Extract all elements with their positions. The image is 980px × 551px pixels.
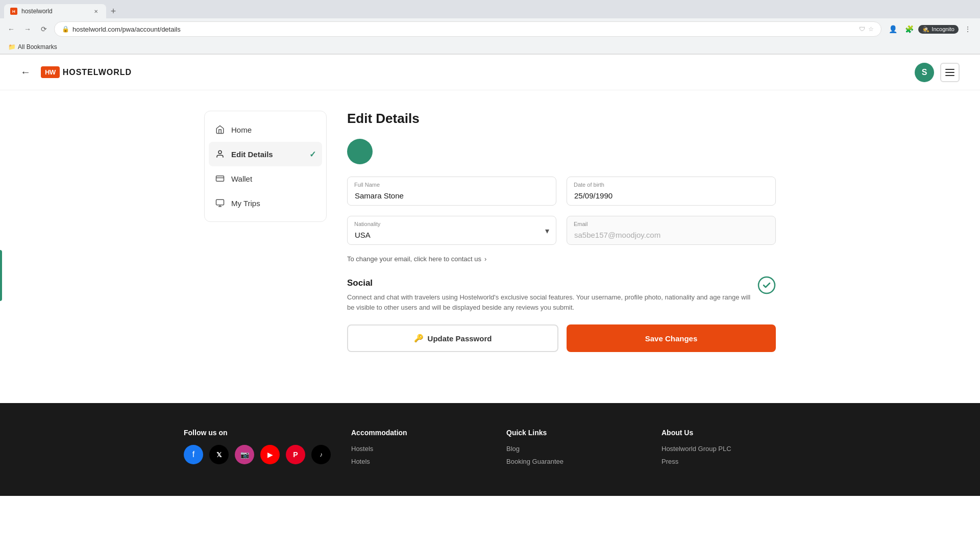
nationality-select[interactable]: USA UK Canada Australia: [347, 216, 556, 245]
sidebar-item-my-trips[interactable]: My Trips: [205, 191, 326, 215]
email-input: [567, 216, 776, 245]
email-field: Email: [567, 216, 776, 245]
content-area: Edit Details Full Name Date of birth Nat…: [347, 111, 776, 352]
svg-rect-1: [216, 176, 224, 182]
sidebar-wallet-label: Wallet: [231, 174, 252, 183]
check-icon: ✓: [309, 149, 316, 159]
left-accent-bar: [0, 250, 2, 301]
back-nav-button[interactable]: ←: [5, 23, 17, 35]
sidebar-item-home[interactable]: Home: [205, 117, 326, 142]
all-bookmarks-item[interactable]: 📁 All Bookmarks: [5, 42, 60, 52]
logo-box: HW: [41, 66, 60, 78]
logo: HW HOSTELWORLD: [41, 66, 132, 78]
dob-field: Date of birth: [567, 177, 776, 206]
logo-text: HOSTELWORLD: [63, 68, 132, 77]
social-text-block: Social Connect and chat with travelers u…: [347, 278, 757, 312]
sidebar: Home Edit Details ✓ Wallet My Trips: [204, 111, 327, 222]
svg-point-0: [218, 151, 222, 154]
toolbar-actions: 👤 🧩 🕵 Incognito ⋮: [886, 22, 975, 36]
social-toggle-button[interactable]: [757, 276, 776, 296]
footer-link-hotels[interactable]: Hotels: [351, 458, 486, 465]
forward-nav-button[interactable]: →: [21, 23, 34, 35]
sidebar-item-wallet[interactable]: Wallet: [205, 166, 326, 191]
footer-about-us-title: About Us: [662, 429, 796, 437]
extension-button[interactable]: 🧩: [902, 22, 916, 36]
user-avatar[interactable]: S: [915, 63, 934, 82]
social-description: Connect and chat with travelers using Ho…: [347, 292, 757, 312]
key-icon: 🔑: [414, 334, 424, 343]
user-icon: [215, 149, 225, 159]
header-left: ← HW HOSTELWORLD: [20, 66, 132, 78]
instagram-icon[interactable]: 📷: [235, 445, 254, 464]
main-container: Home Edit Details ✓ Wallet My Trips Edit…: [184, 90, 796, 372]
hamburger-line: [945, 75, 954, 76]
reload-button[interactable]: ⟳: [38, 23, 50, 35]
header-right: S: [915, 63, 960, 82]
profile-avatar[interactable]: [347, 139, 373, 164]
sidebar-item-edit-details[interactable]: Edit Details ✓: [209, 142, 322, 166]
footer-link-blog[interactable]: Blog: [506, 445, 641, 453]
tiktok-icon[interactable]: ♪: [311, 445, 331, 464]
folder-icon: 📁: [8, 43, 16, 51]
tab-bar: H hostelworld ✕ +: [0, 0, 980, 18]
star-icon[interactable]: ☆: [868, 26, 874, 33]
facebook-icon[interactable]: f: [184, 445, 203, 464]
chevron-right-icon: ›: [484, 255, 486, 263]
social-section: Social Connect and chat with travelers u…: [347, 278, 776, 312]
tab-favicon: H: [10, 8, 17, 15]
footer-quick-links: Quick Links Blog Booking Guarantee: [506, 429, 641, 470]
action-buttons-row: 🔑 Update Password Save Changes: [347, 324, 776, 352]
footer-link-hostelworld-group[interactable]: Hostelworld Group PLC: [662, 445, 796, 453]
nationality-field: Nationality USA UK Canada Australia ▾: [347, 216, 556, 245]
address-bar[interactable]: 🔒 hostelworld.com/pwa/account/details 🛡 …: [54, 21, 881, 37]
incognito-badge: 🕵 Incognito: [918, 25, 959, 34]
hamburger-line: [945, 72, 954, 73]
footer-accommodation-title: Accommodation: [351, 429, 486, 437]
save-changes-button[interactable]: Save Changes: [567, 324, 776, 352]
pinterest-icon[interactable]: P: [286, 445, 305, 464]
tab-close-button[interactable]: ✕: [92, 7, 100, 15]
nationality-email-row: Nationality USA UK Canada Australia ▾ Em…: [347, 216, 776, 245]
page-title: Edit Details: [347, 111, 776, 127]
update-password-button[interactable]: 🔑 Update Password: [347, 324, 558, 352]
email-change-link[interactable]: To change your email, click here to cont…: [347, 255, 776, 263]
x-twitter-icon[interactable]: 𝕏: [209, 445, 229, 464]
social-title: Social: [347, 278, 757, 288]
social-toggle-area: Social Connect and chat with travelers u…: [347, 278, 776, 312]
footer-follow-us-title: Follow us on: [184, 429, 331, 437]
footer-about-us: About Us Hostelworld Group PLC Press: [662, 429, 796, 470]
footer: Follow us on f 𝕏 📷 ▶ P ♪ Accommodation H…: [0, 403, 980, 496]
browser-chrome: H hostelworld ✕ + ← → ⟳ 🔒 hostelworld.co…: [0, 0, 980, 55]
footer-quick-links-title: Quick Links: [506, 429, 641, 437]
footer-link-hostels[interactable]: Hostels: [351, 445, 486, 453]
tab-label: hostelworld: [21, 8, 53, 15]
trips-icon: [215, 198, 225, 208]
footer-accommodation: Accommodation Hostels Hotels: [351, 429, 486, 470]
lock-icon: 🔒: [62, 26, 69, 33]
sidebar-my-trips-label: My Trips: [231, 199, 260, 208]
shield-icon: 🛡: [859, 26, 865, 33]
hamburger-menu-button[interactable]: [940, 63, 960, 82]
wallet-icon: [215, 173, 225, 184]
new-tab-button[interactable]: +: [106, 4, 120, 18]
footer-grid: Follow us on f 𝕏 📷 ▶ P ♪ Accommodation H…: [184, 429, 796, 470]
full-name-field: Full Name: [347, 177, 556, 206]
bookmarks-bar: 📁 All Bookmarks: [0, 40, 980, 54]
footer-link-press[interactable]: Press: [662, 458, 796, 465]
home-icon: [215, 124, 225, 135]
name-dob-row: Full Name Date of birth: [347, 177, 776, 206]
back-button[interactable]: ←: [20, 66, 31, 78]
dob-input[interactable]: [567, 177, 776, 206]
sidebar-home-label: Home: [231, 126, 252, 134]
profile-button[interactable]: 👤: [886, 22, 900, 36]
more-button[interactable]: ⋮: [961, 22, 975, 36]
app-header: ← HW HOSTELWORLD S: [0, 55, 980, 90]
incognito-icon: 🕵: [922, 26, 929, 33]
hamburger-line: [945, 69, 954, 70]
svg-point-3: [758, 277, 775, 293]
full-name-input[interactable]: [347, 177, 556, 206]
active-tab[interactable]: H hostelworld ✕: [4, 4, 106, 18]
youtube-icon[interactable]: ▶: [260, 445, 280, 464]
footer-link-booking-guarantee[interactable]: Booking Guarantee: [506, 458, 641, 465]
browser-toolbar: ← → ⟳ 🔒 hostelworld.com/pwa/account/deta…: [0, 18, 980, 40]
